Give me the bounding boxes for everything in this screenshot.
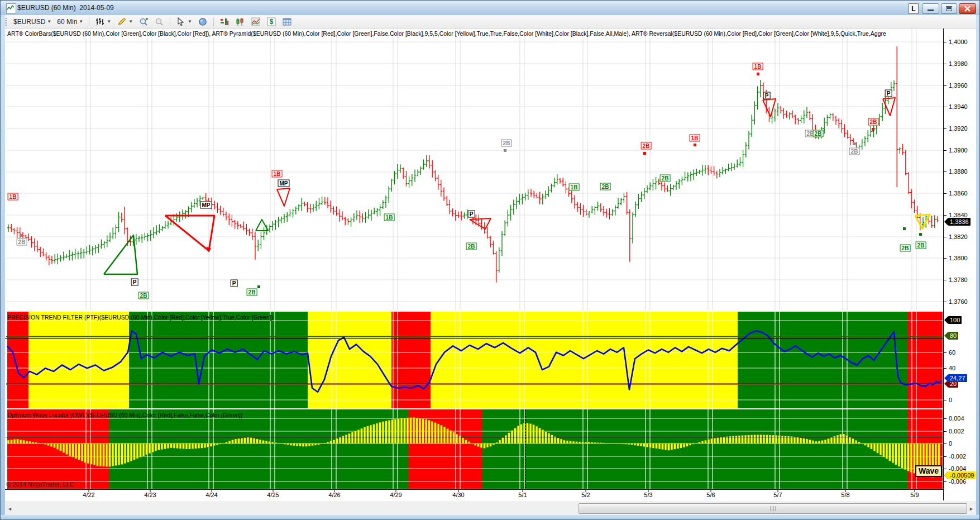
owl-axis-label: 0: [949, 440, 952, 447]
ptf-value-tag: 24,27: [948, 374, 967, 382]
crosshair-button[interactable]: [195, 16, 211, 27]
ptf-axis-label: 60: [949, 349, 955, 356]
toolbar-separator: [213, 17, 214, 26]
scrollbar-thumb[interactable]: [579, 503, 967, 514]
scroll-left-arrow-icon[interactable]: ◄: [5, 504, 15, 514]
window-frame-left: [1, 15, 5, 515]
date-axis-label: 4/29: [390, 492, 401, 498]
owl-axis-label: 0,004: [949, 415, 964, 422]
horizontal-scrollbar[interactable]: ◄ ►: [5, 502, 976, 516]
cursor-arrow-icon: [176, 17, 186, 26]
chart-window: $EURUSD (60 Min) 2014-05-09 L $EURUSD▼ 6…: [0, 0, 980, 520]
line-chart-button[interactable]: [248, 16, 264, 27]
chevron-down-icon: ▼: [128, 19, 133, 24]
toolbar-grip[interactable]: [5, 18, 7, 26]
maximize-button[interactable]: [941, 3, 957, 14]
chart-type-button[interactable]: [232, 16, 248, 27]
price-axis-label: 1,3920: [949, 125, 968, 132]
toolbar: $EURUSD▼ 60 Min▼ ▼ ▼ ▼: [1, 15, 980, 28]
date-axis-label: 4/24: [205, 492, 217, 498]
date-axis-label: 4/30: [452, 492, 464, 498]
toolbar-separator: [170, 17, 170, 26]
date-axis-label: 5/8: [841, 492, 849, 498]
account-button[interactable]: $: [264, 16, 279, 27]
wave-label: Wave: [915, 465, 942, 477]
price-axis-label: 1,3820: [949, 233, 968, 240]
toolbar-separator: [89, 17, 89, 26]
svg-text:$: $: [270, 18, 274, 26]
price-axis-label: 1,3860: [949, 190, 968, 197]
chevron-down-icon: ▼: [188, 19, 192, 24]
date-axis-label: 5/9: [910, 492, 919, 498]
zoom-out-icon: [154, 17, 164, 26]
price-axis-label: 1,4000: [949, 39, 968, 45]
chevron-down-icon: ▼: [47, 19, 51, 24]
panel-divider[interactable]: [5, 338, 976, 339]
data-grid-button[interactable]: [279, 16, 295, 27]
line-chart-icon: [251, 17, 261, 26]
chart-plot[interactable]: [6, 28, 943, 500]
title-bar[interactable]: $EURUSD (60 Min) 2014-05-09 L: [1, 1, 980, 16]
close-button[interactable]: [959, 3, 976, 14]
price-axis-label: 1,3900: [949, 147, 968, 154]
draw-button[interactable]: ▼: [114, 16, 136, 27]
minimize-button[interactable]: [922, 3, 939, 14]
owl-axis-label: -0,002: [949, 453, 966, 460]
cursor-button[interactable]: ▼: [173, 16, 195, 27]
date-axis-label: 5/3: [644, 492, 652, 498]
chart-area: 1B2BP2BMPP2B1BMP1BP2B2B1B2B2B2B1B1BP2B2B…: [5, 28, 976, 500]
bar-style-icon: [95, 17, 105, 26]
price-axis-label: 1,3780: [949, 276, 968, 283]
panel-divider[interactable]: [5, 437, 976, 437]
chevron-down-icon: ▼: [107, 19, 111, 24]
chart-window-icon: [6, 3, 16, 13]
dollar-icon: $: [266, 17, 276, 26]
price-axis-label: 1,3980: [949, 60, 968, 67]
indicator-bars-icon: [219, 17, 230, 26]
indicators-button[interactable]: [217, 16, 232, 27]
date-axis-label: 4/26: [328, 492, 340, 498]
date-axis-label: 5/2: [581, 492, 590, 498]
date-axis-label: 5/6: [706, 492, 715, 498]
window-frame-bottom: [1, 515, 980, 520]
owl-value-tag: -0,00509: [948, 471, 976, 479]
pencil-icon: [117, 17, 127, 26]
price-axis[interactable]: 1,40001,39801,39601,39401,39201,39001,38…: [943, 28, 976, 500]
window-title: $EURUSD (60 Min) 2014-05-09: [17, 4, 114, 12]
ptf-axis-label: 40: [949, 365, 955, 371]
date-axis-label: 4/23: [144, 492, 156, 498]
zoom-in-button[interactable]: [136, 16, 151, 27]
chevron-down-icon: ▼: [79, 19, 83, 24]
zoom-out-button[interactable]: [151, 16, 167, 27]
instrument-selector[interactable]: $EURUSD▼: [11, 17, 54, 27]
ptf-level-tag: 80: [948, 332, 958, 340]
scroll-right-arrow-icon[interactable]: ►: [967, 504, 976, 514]
zoom-in-icon: [138, 17, 149, 26]
chart-style-button[interactable]: ▼: [92, 16, 114, 27]
date-axis-label: 5/7: [773, 492, 782, 498]
date-axis-label: 5/1: [518, 492, 527, 498]
window-frame-right: [976, 15, 980, 515]
date-axis-label: 4/22: [83, 492, 94, 498]
ptf-axis-label: 0: [949, 397, 952, 403]
magnifier-icon: [198, 17, 208, 26]
candlestick-icon: [235, 17, 245, 26]
link-button[interactable]: L: [909, 3, 919, 14]
table-icon: [282, 17, 292, 26]
price-axis-label: 1,3880: [949, 168, 968, 175]
price-axis-label: 1,3960: [949, 82, 968, 89]
price-axis-label: 1,3940: [949, 103, 968, 110]
owl-axis-label: 0,002: [949, 428, 964, 435]
interval-selector[interactable]: 60 Min▼: [54, 17, 86, 27]
date-axis[interactable]: 4/224/234/244/254/264/294/305/15/25/35/6…: [5, 490, 943, 500]
price-axis-label: 1,3760: [949, 298, 968, 305]
ptf-level-tag: 100: [948, 316, 962, 324]
date-axis-label: 4/25: [267, 492, 279, 498]
last-price-tag: 1,3836: [948, 218, 971, 226]
price-axis-label: 1,3800: [949, 255, 968, 261]
